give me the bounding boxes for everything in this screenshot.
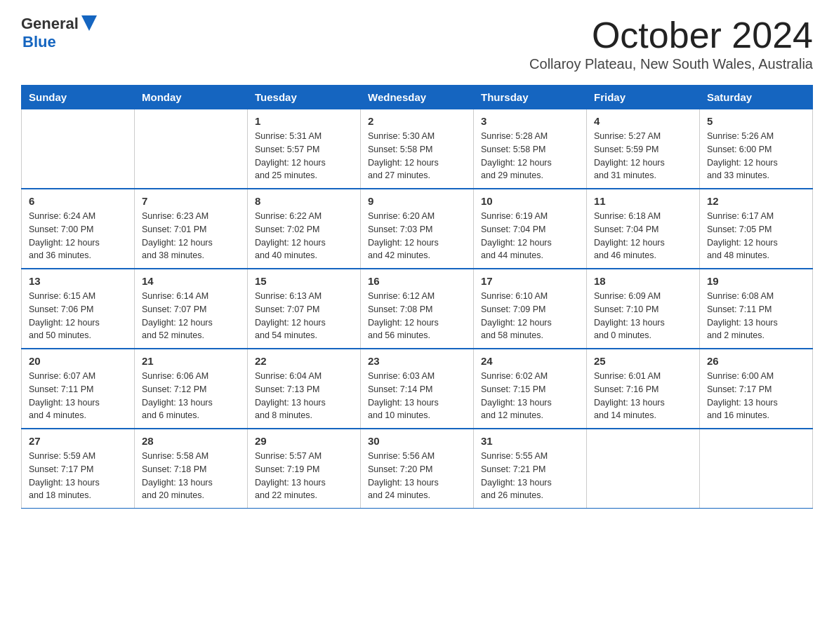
- calendar-cell: 4Sunrise: 5:27 AM Sunset: 5:59 PM Daylig…: [587, 109, 700, 189]
- calendar-cell: 2Sunrise: 5:30 AM Sunset: 5:58 PM Daylig…: [361, 109, 474, 189]
- day-number: 15: [255, 275, 353, 287]
- day-info: Sunrise: 6:24 AM Sunset: 7:00 PM Dayligh…: [29, 210, 127, 262]
- calendar-header-sunday: Sunday: [22, 86, 135, 109]
- calendar-cell: 15Sunrise: 6:13 AM Sunset: 7:07 PM Dayli…: [248, 269, 361, 349]
- day-number: 5: [707, 115, 805, 127]
- day-info: Sunrise: 6:04 AM Sunset: 7:13 PM Dayligh…: [255, 370, 353, 422]
- day-number: 24: [481, 355, 579, 367]
- day-number: 1: [255, 115, 353, 127]
- calendar-header-friday: Friday: [587, 86, 700, 109]
- svg-marker-0: [81, 15, 97, 31]
- page-subtitle: Collaroy Plateau, New South Wales, Austr…: [529, 56, 813, 72]
- calendar-header-thursday: Thursday: [474, 86, 587, 109]
- page-header: General Blue October 2024 Collaroy Plate…: [21, 14, 813, 81]
- calendar-week-row: 1Sunrise: 5:31 AM Sunset: 5:57 PM Daylig…: [22, 109, 813, 189]
- calendar-week-row: 27Sunrise: 5:59 AM Sunset: 7:17 PM Dayli…: [22, 429, 813, 509]
- day-info: Sunrise: 5:58 AM Sunset: 7:18 PM Dayligh…: [142, 450, 240, 502]
- calendar-cell: 9Sunrise: 6:20 AM Sunset: 7:03 PM Daylig…: [361, 189, 474, 269]
- calendar-cell: 13Sunrise: 6:15 AM Sunset: 7:06 PM Dayli…: [22, 269, 135, 349]
- day-number: 19: [707, 275, 805, 287]
- day-number: 27: [29, 435, 127, 447]
- calendar-cell: [135, 109, 248, 189]
- calendar-cell: [22, 109, 135, 189]
- calendar-header-tuesday: Tuesday: [248, 86, 361, 109]
- calendar-cell: 6Sunrise: 6:24 AM Sunset: 7:00 PM Daylig…: [22, 189, 135, 269]
- day-info: Sunrise: 6:12 AM Sunset: 7:08 PM Dayligh…: [368, 290, 466, 342]
- calendar-cell: 30Sunrise: 5:56 AM Sunset: 7:20 PM Dayli…: [361, 429, 474, 509]
- day-info: Sunrise: 6:03 AM Sunset: 7:14 PM Dayligh…: [368, 370, 466, 422]
- day-number: 7: [142, 195, 240, 207]
- day-number: 13: [29, 275, 127, 287]
- day-info: Sunrise: 6:14 AM Sunset: 7:07 PM Dayligh…: [142, 290, 240, 342]
- calendar-cell: 26Sunrise: 6:00 AM Sunset: 7:17 PM Dayli…: [700, 349, 813, 429]
- day-number: 30: [368, 435, 466, 447]
- day-info: Sunrise: 6:17 AM Sunset: 7:05 PM Dayligh…: [707, 210, 805, 262]
- day-info: Sunrise: 6:07 AM Sunset: 7:11 PM Dayligh…: [29, 370, 127, 422]
- day-number: 3: [481, 115, 579, 127]
- calendar-week-row: 20Sunrise: 6:07 AM Sunset: 7:11 PM Dayli…: [22, 349, 813, 429]
- day-number: 16: [368, 275, 466, 287]
- day-number: 11: [594, 195, 692, 207]
- day-info: Sunrise: 6:02 AM Sunset: 7:15 PM Dayligh…: [481, 370, 579, 422]
- calendar-cell: 31Sunrise: 5:55 AM Sunset: 7:21 PM Dayli…: [474, 429, 587, 509]
- day-info: Sunrise: 6:10 AM Sunset: 7:09 PM Dayligh…: [481, 290, 579, 342]
- day-info: Sunrise: 6:15 AM Sunset: 7:06 PM Dayligh…: [29, 290, 127, 342]
- day-number: 14: [142, 275, 240, 287]
- calendar-cell: [700, 429, 813, 509]
- day-info: Sunrise: 6:09 AM Sunset: 7:10 PM Dayligh…: [594, 290, 692, 342]
- day-number: 29: [255, 435, 353, 447]
- day-info: Sunrise: 6:00 AM Sunset: 7:17 PM Dayligh…: [707, 370, 805, 422]
- page-title: October 2024: [529, 14, 813, 56]
- calendar-cell: 23Sunrise: 6:03 AM Sunset: 7:14 PM Dayli…: [361, 349, 474, 429]
- day-info: Sunrise: 5:26 AM Sunset: 6:00 PM Dayligh…: [707, 130, 805, 182]
- calendar-cell: 20Sunrise: 6:07 AM Sunset: 7:11 PM Dayli…: [22, 349, 135, 429]
- calendar-header-saturday: Saturday: [700, 86, 813, 109]
- day-info: Sunrise: 6:19 AM Sunset: 7:04 PM Dayligh…: [481, 210, 579, 262]
- day-info: Sunrise: 6:08 AM Sunset: 7:11 PM Dayligh…: [707, 290, 805, 342]
- calendar-cell: 11Sunrise: 6:18 AM Sunset: 7:04 PM Dayli…: [587, 189, 700, 269]
- day-number: 22: [255, 355, 353, 367]
- calendar-cell: 19Sunrise: 6:08 AM Sunset: 7:11 PM Dayli…: [700, 269, 813, 349]
- calendar-cell: 21Sunrise: 6:06 AM Sunset: 7:12 PM Dayli…: [135, 349, 248, 429]
- day-info: Sunrise: 6:23 AM Sunset: 7:01 PM Dayligh…: [142, 210, 240, 262]
- day-info: Sunrise: 6:06 AM Sunset: 7:12 PM Dayligh…: [142, 370, 240, 422]
- logo: General Blue: [21, 14, 97, 51]
- day-info: Sunrise: 5:59 AM Sunset: 7:17 PM Dayligh…: [29, 450, 127, 502]
- day-number: 26: [707, 355, 805, 367]
- day-number: 2: [368, 115, 466, 127]
- calendar-week-row: 13Sunrise: 6:15 AM Sunset: 7:06 PM Dayli…: [22, 269, 813, 349]
- calendar-cell: 22Sunrise: 6:04 AM Sunset: 7:13 PM Dayli…: [248, 349, 361, 429]
- day-info: Sunrise: 5:28 AM Sunset: 5:58 PM Dayligh…: [481, 130, 579, 182]
- day-number: 4: [594, 115, 692, 127]
- calendar-header-monday: Monday: [135, 86, 248, 109]
- day-number: 12: [707, 195, 805, 207]
- day-info: Sunrise: 5:27 AM Sunset: 5:59 PM Dayligh…: [594, 130, 692, 182]
- calendar-cell: 28Sunrise: 5:58 AM Sunset: 7:18 PM Dayli…: [135, 429, 248, 509]
- calendar-cell: 18Sunrise: 6:09 AM Sunset: 7:10 PM Dayli…: [587, 269, 700, 349]
- day-number: 25: [594, 355, 692, 367]
- calendar-cell: 29Sunrise: 5:57 AM Sunset: 7:19 PM Dayli…: [248, 429, 361, 509]
- logo-triangle-icon: [81, 15, 97, 31]
- logo-blue: Blue: [22, 34, 97, 51]
- day-info: Sunrise: 5:55 AM Sunset: 7:21 PM Dayligh…: [481, 450, 579, 502]
- day-info: Sunrise: 5:56 AM Sunset: 7:20 PM Dayligh…: [368, 450, 466, 502]
- calendar-cell: 25Sunrise: 6:01 AM Sunset: 7:16 PM Dayli…: [587, 349, 700, 429]
- calendar-cell: 1Sunrise: 5:31 AM Sunset: 5:57 PM Daylig…: [248, 109, 361, 189]
- day-number: 10: [481, 195, 579, 207]
- calendar-header-row: SundayMondayTuesdayWednesdayThursdayFrid…: [22, 86, 813, 109]
- calendar-cell: 27Sunrise: 5:59 AM Sunset: 7:17 PM Dayli…: [22, 429, 135, 509]
- day-number: 21: [142, 355, 240, 367]
- day-number: 8: [255, 195, 353, 207]
- day-info: Sunrise: 6:18 AM Sunset: 7:04 PM Dayligh…: [594, 210, 692, 262]
- calendar-cell: 8Sunrise: 6:22 AM Sunset: 7:02 PM Daylig…: [248, 189, 361, 269]
- day-info: Sunrise: 5:31 AM Sunset: 5:57 PM Dayligh…: [255, 130, 353, 182]
- day-info: Sunrise: 5:57 AM Sunset: 7:19 PM Dayligh…: [255, 450, 353, 502]
- day-number: 20: [29, 355, 127, 367]
- calendar-cell: 24Sunrise: 6:02 AM Sunset: 7:15 PM Dayli…: [474, 349, 587, 429]
- calendar-cell: 5Sunrise: 5:26 AM Sunset: 6:00 PM Daylig…: [700, 109, 813, 189]
- calendar-table: SundayMondayTuesdayWednesdayThursdayFrid…: [21, 85, 813, 509]
- day-info: Sunrise: 5:30 AM Sunset: 5:58 PM Dayligh…: [368, 130, 466, 182]
- day-number: 28: [142, 435, 240, 447]
- calendar-header-wednesday: Wednesday: [361, 86, 474, 109]
- calendar-cell: 12Sunrise: 6:17 AM Sunset: 7:05 PM Dayli…: [700, 189, 813, 269]
